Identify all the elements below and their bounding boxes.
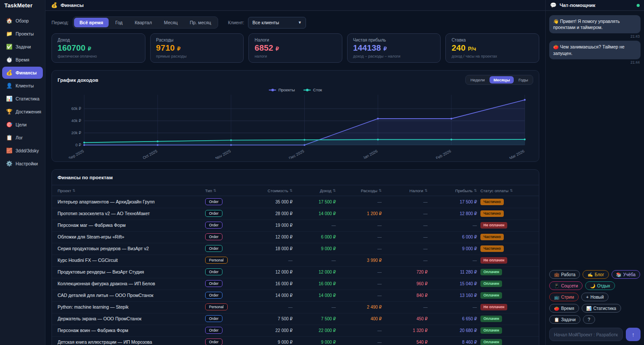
cost-cell: — — [244, 258, 293, 263]
income-chart-svg: 0 ₽20k ₽40k ₽60k ₽Sep 2025Oct 2025Nov 20… — [58, 93, 533, 159]
filter-bar: Период: Всё времяГодКварталМесяцПр. меся… — [52, 15, 539, 30]
column-header-прибыль[interactable]: Прибыль⇅ — [431, 188, 477, 193]
table-row[interactable]: Продуктовые рендеры — ВизАрт СтудияOrder… — [52, 266, 539, 278]
table-row[interactable]: Обложки для Steam-игры «Rift»Order12 000… — [52, 231, 539, 243]
quick-action-[interactable]: ? — [583, 315, 595, 324]
svg-text:40k ₽: 40k ₽ — [71, 119, 81, 123]
stat-cards: Доход160700 ₽фактически оплаченоРасходы9… — [52, 33, 539, 63]
expenses-cell: — — [339, 246, 382, 251]
period-всё-время[interactable]: Всё время — [74, 18, 109, 27]
sidebar-item-время[interactable]: ⏱️Время — [2, 54, 43, 66]
period-год[interactable]: Год — [109, 18, 128, 27]
chart-mode-годы[interactable]: Годы — [515, 76, 532, 84]
project-name: Продуктовые рендеры — ВизАрт Студия — [58, 269, 202, 274]
period-квартал[interactable]: Квартал — [129, 18, 158, 27]
income-cell: — — [296, 305, 336, 310]
column-header-расходы[interactable]: Расходы⇅ — [339, 188, 382, 193]
table-row[interactable]: Python: machine learning — StepikPersona… — [52, 301, 539, 313]
income-cell: 17 500 ₽ — [296, 200, 336, 204]
income-cell: 9 000 ₽ — [296, 340, 336, 345]
sidebar-item-настройки[interactable]: ⚙️Настройки — [2, 158, 43, 170]
table-row[interactable]: Прототип экзоскелета v2 — АО ТехноМакетO… — [52, 208, 539, 219]
column-header-стоимость[interactable]: Стоимость⇅ — [244, 188, 293, 193]
quick-action-блог[interactable]: ✍️Блог — [583, 270, 609, 279]
quick-action-label: Новый — [590, 295, 604, 300]
period-месяц[interactable]: Месяц — [158, 18, 184, 27]
sidebar-item-статистика[interactable]: 📊Статистика — [2, 93, 43, 105]
table-header: Проект⇅Тип⇅Стоимость⇅Доход⇅Расходы⇅Налог… — [52, 185, 539, 196]
profit-cell: 9 000 ₽ — [431, 246, 477, 251]
status-cell: Оплачен — [480, 339, 533, 345]
send-button[interactable]: ↑ — [626, 328, 641, 341]
svg-text:Nov 2025: Nov 2025 — [215, 149, 232, 159]
column-header-проект[interactable]: Проект⇅ — [58, 188, 202, 193]
client-select[interactable]: Все клиенты ▼ — [248, 17, 306, 29]
table-row[interactable]: Персонаж воин — Фабрика ФормOrder22 000 … — [52, 325, 539, 336]
cost-cell: 35 000 ₽ — [244, 200, 293, 204]
status-badge: Частично — [480, 245, 504, 252]
stat-value: 240 Р/ч — [451, 43, 533, 53]
sidebar-item-лог[interactable]: 📋Лог — [2, 132, 43, 144]
quick-action-label: Учёба — [623, 272, 635, 277]
column-header-налоги[interactable]: Налоги⇅ — [385, 188, 428, 193]
quick-action-соцсети[interactable]: 📱Соцсети — [549, 281, 583, 290]
column-header-тип[interactable]: Тип⇅ — [205, 188, 241, 193]
income-cell: 14 000 ₽ — [296, 293, 336, 298]
table-row[interactable]: Персонаж маг — Фабрика ФормOrder19 000 ₽… — [52, 219, 539, 231]
chat-messages: 👋 Привет! Я помогу управлять проектами и… — [546, 11, 644, 267]
stat-label: Чистая прибыль — [353, 38, 435, 42]
column-label: Стоимость — [267, 188, 288, 193]
chat-panel: 💬 Чат-помощник 👋 Привет! Я помогу управл… — [545, 0, 644, 345]
type-cell: Personal — [205, 257, 241, 264]
quick-action-стрим[interactable]: 📺Стрим — [549, 293, 579, 301]
table-row[interactable]: Детская книга иллюстрации — ИП МорозоваO… — [52, 336, 539, 345]
sort-icon: ⇅ — [379, 188, 382, 193]
table-row[interactable]: CAD деталей для литья — ООО ПромСтанокOr… — [52, 290, 539, 301]
stat-card-0: Доход160700 ₽фактически оплачено — [52, 33, 145, 63]
sidebar-item-цели[interactable]: 🎯Цели — [2, 119, 43, 131]
статистика-icon: 📊 — [6, 96, 12, 102]
status-badge: Оплачен — [480, 292, 502, 299]
table-row[interactable]: Интерьер апартаментов — АрхиДизайн Групп… — [52, 196, 539, 208]
sidebar-item-проекты[interactable]: 📁Проекты — [2, 28, 43, 40]
taxes-cell: 540 ₽ — [385, 340, 428, 345]
3ddd/3dsky-icon: 🧱 — [6, 148, 12, 154]
quick-action-отдых[interactable]: 🌙Отдых — [585, 281, 615, 290]
quick-action-работа[interactable]: 💼Работа — [549, 270, 580, 279]
status-badge: Частично — [480, 210, 504, 217]
table-row[interactable]: Держатель экрана — ООО ПромСтанокOrder7 … — [52, 313, 539, 325]
type-cell: Order — [205, 268, 241, 275]
status-cell: Частично — [480, 199, 533, 205]
quick-action-время[interactable]: 🍅Время — [549, 304, 579, 313]
sidebar-item-задачи[interactable]: ✅Задачи — [2, 41, 43, 53]
quick-action-учёба[interactable]: 📚Учёба — [612, 270, 641, 279]
quick-action-label: Блог — [595, 272, 604, 277]
status-cell: Не оплачен — [480, 222, 533, 229]
table-row[interactable]: Курс Houdini FX — CGCircuitPersonal——3 9… — [52, 255, 539, 266]
column-label: Проект — [58, 188, 71, 193]
period-пр--месяц[interactable]: Пр. месяц — [184, 18, 216, 27]
sidebar-item-3ddd/3dsky[interactable]: 🧱3ddd/3dsky — [2, 145, 43, 157]
chart-mode-недели[interactable]: Недели — [467, 76, 489, 84]
sidebar-item-обзор[interactable]: 🏠Обзор — [2, 15, 43, 27]
chart-mode-месяцы[interactable]: Месяцы — [489, 76, 514, 84]
column-header-статус-оплаты[interactable]: Статус оплаты⇅ — [480, 188, 533, 193]
chat-input[interactable] — [549, 328, 623, 341]
table-row[interactable]: Серия продуктовых рендеров — ВизАрт v2Or… — [52, 243, 539, 255]
column-header-доход[interactable]: Доход⇅ — [296, 188, 336, 193]
sidebar-item-достижения[interactable]: 🏆Достижения — [2, 106, 43, 118]
sidebar-item-клиенты[interactable]: 👤Клиенты — [2, 80, 43, 92]
type-badge: Order — [205, 327, 222, 334]
статистика-icon: 📊 — [586, 306, 592, 311]
column-label: Статус оплаты — [480, 188, 509, 193]
sidebar-item-финансы[interactable]: 💰Финансы — [2, 67, 43, 79]
type-cell: Order — [205, 222, 241, 229]
quick-action-статистика[interactable]: 📊Статистика — [582, 304, 621, 313]
quick-action-новый[interactable]: +Новый — [581, 293, 609, 301]
цели-icon: 🎯 — [6, 122, 12, 128]
expenses-cell: 2 490 ₽ — [339, 305, 382, 310]
type-cell: Order — [205, 280, 241, 287]
status-badge: Частично — [480, 234, 504, 240]
table-row[interactable]: Коллекционная фигурка дракона — ИП Белов… — [52, 278, 539, 290]
quick-action-задачи[interactable]: 📋Задачи — [549, 315, 580, 324]
